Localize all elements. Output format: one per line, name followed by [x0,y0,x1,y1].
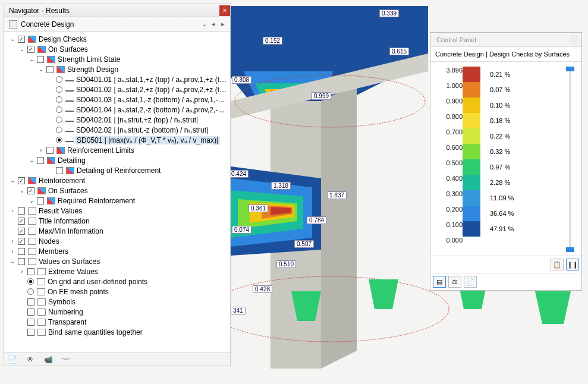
radio[interactable] [56,117,62,123]
slider-handle-bottom[interactable] [566,247,574,252]
tree-row[interactable]: ›Nodes [5,236,229,246]
tree-row[interactable]: Symbols [5,297,229,307]
checkbox[interactable] [27,319,34,326]
tree-row[interactable]: ⌄Required Reinforcement [5,196,229,206]
close-icon[interactable]: × [219,5,230,16]
expand-icon[interactable]: › [9,207,16,214]
legend-swatch[interactable] [463,82,480,97]
expand-icon[interactable]: ⌄ [18,46,26,52]
tree-row[interactable]: ›Members [5,246,229,256]
checkbox[interactable] [27,46,34,53]
control-panel-titlebar[interactable]: Control Panel [430,33,581,47]
tree-row[interactable]: ⌄Detailing [5,155,229,165]
checkbox[interactable] [37,197,44,204]
expand-icon[interactable]: ⌄ [9,36,16,42]
footer-button-1[interactable]: 👁 [24,355,36,364]
legend-swatch[interactable] [463,221,480,237]
tree-row[interactable]: ⌄On Surfaces [5,44,229,54]
radio[interactable] [56,86,62,93]
expand-icon[interactable]: ⌄ [18,187,26,194]
checkbox[interactable] [27,268,34,275]
checkbox[interactable] [46,66,54,73]
tree-row[interactable]: ⌄Reinforcement [5,175,229,185]
tree-row[interactable]: Title Information [5,216,229,226]
nav-prev-icon[interactable]: ◂ [209,20,218,28]
tree-row[interactable]: Max/Min Information [5,226,229,236]
tree-row[interactable]: ⌄Values on Surfaces [5,256,229,266]
tree-row[interactable]: On grid and user-defined points [5,276,229,287]
footer-button-2[interactable]: 📹 [42,355,54,364]
chevron-down-icon[interactable]: ⌄ [199,20,209,28]
checkbox[interactable] [37,157,44,164]
radio[interactable] [56,96,62,103]
tree-row[interactable]: Numbering [5,307,229,317]
expand-icon[interactable]: ⌄ [28,197,35,204]
legend-swatch[interactable] [463,159,480,175]
tree-row[interactable]: ⌄On Surfaces [5,185,229,196]
legend-swatch[interactable] [463,190,480,206]
checkbox[interactable] [18,248,25,255]
checkbox[interactable] [46,147,54,154]
slider-handle-top[interactable] [566,67,574,71]
footer-button-0[interactable]: 📄 [7,355,18,364]
navigator-section-bar[interactable]: Concrete Design ⌄ ◂ ▸ [4,17,230,32]
checkbox[interactable] [18,228,25,235]
expand-icon[interactable]: › [9,248,16,254]
tree-row[interactable]: ›Result Values [5,206,229,216]
tree-row[interactable]: On FE mesh points [5,287,229,297]
checkbox[interactable] [27,298,34,306]
tree-row[interactable]: ⌄Strength Design [5,64,229,74]
tree-row[interactable]: SD0401.03 | aₛ,stat,1,-z (bottom) / aₛ,p… [5,95,229,105]
tree-row[interactable]: ⌄Strength Limit State [5,54,229,64]
checkbox[interactable] [56,167,63,174]
checkbox[interactable] [27,187,34,194]
tab-balance[interactable]: ⚖ [448,276,461,288]
expand-icon[interactable]: › [9,238,16,244]
expand-icon[interactable]: ⌄ [9,258,16,265]
checkbox[interactable] [27,329,34,336]
radio[interactable] [56,127,62,133]
radio[interactable] [27,278,34,285]
navigator-tree[interactable]: ⌄Design Checks⌄On Surfaces⌄Strength Limi… [4,32,230,352]
close-icon[interactable] [570,35,579,45]
tree-row[interactable]: SD0402.02 | |nₛ,strut,-z (bottom) / nₛ,s… [5,125,229,135]
checkbox[interactable] [18,238,25,245]
tree-row[interactable]: SD0401.01 | aₛ,stat,1,+z (top) / aₛ,prov… [5,74,229,84]
checkbox[interactable] [18,36,25,43]
tree-row[interactable]: Detailing of Reinforcement [5,165,229,175]
legend-swatch[interactable] [463,175,480,190]
tree-row[interactable]: Bind same quantities together [5,327,229,337]
copy-legend-button[interactable]: 📋 [551,259,564,270]
tree-row[interactable]: ›Reinforcement Limits [5,145,229,155]
legend-range-slider[interactable] [565,67,576,252]
radio[interactable] [56,76,62,83]
legend-swatch[interactable] [463,113,480,128]
expand-icon[interactable]: › [18,268,26,275]
legend-swatch[interactable] [463,206,480,221]
tree-row[interactable]: SD0501 | |max(vᵤ / (Φ_V,T * vₙ), vᵤ / v_… [5,135,229,145]
legend-swatch[interactable] [463,97,480,113]
footer-button-3[interactable]: 〰 [60,355,72,364]
checkbox[interactable] [18,258,25,265]
checkbox[interactable] [18,177,25,184]
tab-color-scale[interactable]: ▤ [433,276,446,288]
checkbox[interactable] [27,309,34,316]
navigator-titlebar[interactable]: Navigator - Results × [4,4,230,17]
expand-icon[interactable]: ⌄ [9,177,16,184]
legend-swatch[interactable] [463,67,480,82]
tree-row[interactable]: Transparent [5,317,229,327]
radio[interactable] [56,137,62,143]
tree-row[interactable]: SD0401.04 | aₛ,stat,2,-z (bottom) / aₛ,p… [5,105,229,115]
nav-next-icon[interactable]: ▸ [218,20,228,28]
tree-row[interactable]: ›Extreme Values [5,266,229,276]
tree-row[interactable]: SD0401.02 | aₛ,stat,2,+z (top) / aₛ,prov… [5,84,229,95]
tree-row[interactable]: ⌄Design Checks [5,34,229,44]
legend-swatch[interactable] [463,144,480,159]
expand-icon[interactable]: ⌄ [37,66,45,73]
radio[interactable] [27,288,34,295]
expand-icon[interactable]: ⌄ [28,56,35,62]
checkbox[interactable] [18,207,25,215]
legend-settings-button[interactable]: ❙❙ [566,259,579,270]
tree-row[interactable]: SD0402.01 | |nₛ,strut,+z (top) / nₛ,stru… [5,115,229,125]
expand-icon[interactable]: ⌄ [28,157,35,163]
